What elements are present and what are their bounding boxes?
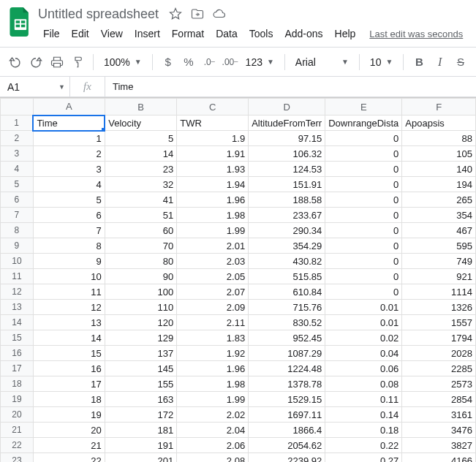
cell[interactable]: 1.99	[177, 392, 249, 407]
bold-button[interactable]: B	[409, 52, 428, 72]
cell[interactable]: 4	[33, 177, 105, 192]
cell[interactable]: 2.09	[177, 300, 249, 315]
zoom-dropdown[interactable]: 100% ▼	[99, 52, 146, 72]
cell[interactable]: 1.9	[177, 131, 249, 146]
cell[interactable]: 0	[325, 284, 402, 300]
cell[interactable]: 2.06	[177, 438, 249, 453]
number-format-dropdown[interactable]: 123 ▼	[241, 52, 279, 72]
cell[interactable]: 0	[325, 177, 402, 192]
cell[interactable]: 1.98	[177, 376, 249, 392]
cell[interactable]: 0	[325, 254, 402, 269]
cell[interactable]: 749	[402, 254, 476, 269]
cell[interactable]: 110	[105, 300, 176, 315]
cell[interactable]: 354.29	[249, 238, 325, 254]
cell[interactable]: 0.01	[325, 315, 402, 330]
column-header-B[interactable]: B	[105, 99, 176, 116]
cell[interactable]: 172	[105, 407, 176, 423]
cell[interactable]: 0.08	[325, 376, 402, 392]
cell[interactable]: 1.94	[177, 177, 249, 192]
row-header[interactable]: 3	[1, 146, 34, 162]
italic-button[interactable]: I	[431, 52, 450, 72]
menu-edit[interactable]: Edit	[67, 25, 94, 42]
cell[interactable]: 163	[105, 392, 176, 407]
menu-insert[interactable]: Insert	[129, 25, 165, 42]
cell[interactable]: Time	[33, 116, 105, 131]
column-header-D[interactable]: D	[249, 99, 325, 116]
cell[interactable]: 921	[402, 269, 476, 284]
cell[interactable]: 18	[33, 392, 105, 407]
percent-button[interactable]: %	[179, 52, 198, 72]
cell[interactable]: 2.11	[177, 315, 249, 330]
cell[interactable]: 9	[33, 254, 105, 269]
cell[interactable]: 830.52	[249, 315, 325, 330]
cell[interactable]: 80	[105, 254, 176, 269]
row-header[interactable]: 14	[1, 315, 34, 330]
menu-data[interactable]: Data	[211, 25, 243, 42]
row-header[interactable]: 10	[1, 254, 34, 269]
cell[interactable]: 2854	[402, 392, 476, 407]
cell[interactable]: 0	[325, 238, 402, 254]
sheets-app-icon[interactable]	[6, 4, 35, 39]
cell[interactable]: 2285	[402, 361, 476, 376]
menu-format[interactable]: Format	[167, 25, 209, 42]
cell[interactable]: 1	[33, 131, 105, 146]
strikethrough-button[interactable]: S	[451, 52, 470, 72]
currency-button[interactable]: $	[159, 52, 178, 72]
menu-add-ons[interactable]: Add-ons	[279, 25, 328, 42]
cell[interactable]: 1.96	[177, 192, 249, 208]
cell[interactable]: 265	[402, 192, 476, 208]
cell[interactable]: 106.32	[249, 146, 325, 162]
cell[interactable]: 14	[33, 330, 105, 346]
row-header[interactable]: 16	[1, 346, 34, 361]
row-header[interactable]: 8	[1, 223, 34, 238]
row-header[interactable]: 15	[1, 330, 34, 346]
cell[interactable]: 0	[325, 146, 402, 162]
cell[interactable]: 90	[105, 269, 176, 284]
cell[interactable]: 105	[402, 146, 476, 162]
star-icon[interactable]	[167, 6, 184, 22]
cell[interactable]: 0.01	[325, 300, 402, 315]
row-header[interactable]: 20	[1, 407, 34, 423]
cell[interactable]: 354	[402, 208, 476, 223]
row-header[interactable]: 4	[1, 162, 34, 177]
cell[interactable]: 124.53	[249, 162, 325, 177]
cell[interactable]: 1.98	[177, 208, 249, 223]
name-box[interactable]: A1 ▼	[0, 77, 70, 96]
cell[interactable]: 0	[325, 223, 402, 238]
cell[interactable]: 1378.78	[249, 376, 325, 392]
cell[interactable]: 23	[105, 162, 176, 177]
row-header[interactable]: 1	[1, 116, 34, 131]
column-header-E[interactable]: E	[325, 99, 402, 116]
move-icon[interactable]	[189, 6, 205, 22]
increase-decimal-button[interactable]: .00_	[220, 52, 239, 72]
cell[interactable]: 2573	[402, 376, 476, 392]
cell[interactable]: 145	[105, 361, 176, 376]
cell[interactable]: 610.84	[249, 284, 325, 300]
cell[interactable]: 595	[402, 238, 476, 254]
cell[interactable]: 233.67	[249, 208, 325, 223]
cell[interactable]: 10	[33, 269, 105, 284]
cell[interactable]: 155	[105, 376, 176, 392]
cell[interactable]: 151.91	[249, 177, 325, 192]
row-header[interactable]: 11	[1, 269, 34, 284]
row-header[interactable]: 17	[1, 361, 34, 376]
cell[interactable]: 1224.48	[249, 361, 325, 376]
redo-button[interactable]	[26, 52, 45, 72]
cell[interactable]: 290.34	[249, 223, 325, 238]
cell[interactable]: 60	[105, 223, 176, 238]
last-edit-link[interactable]: Last edit was seconds	[369, 29, 463, 39]
row-header[interactable]: 22	[1, 438, 34, 453]
cell[interactable]: 3	[33, 162, 105, 177]
cell[interactable]: 1.92	[177, 346, 249, 361]
cell[interactable]: 13	[33, 315, 105, 330]
cell[interactable]: 952.45	[249, 330, 325, 346]
row-header[interactable]: 6	[1, 192, 34, 208]
cell[interactable]: 3161	[402, 407, 476, 423]
cell[interactable]: 2.08	[177, 453, 249, 463]
cell[interactable]: 0.22	[325, 438, 402, 453]
cell[interactable]: Velocity	[105, 116, 176, 131]
cell[interactable]: 19	[33, 407, 105, 423]
row-header[interactable]: 21	[1, 423, 34, 438]
column-header-A[interactable]: A	[33, 99, 105, 116]
cell[interactable]: 22	[33, 453, 105, 463]
